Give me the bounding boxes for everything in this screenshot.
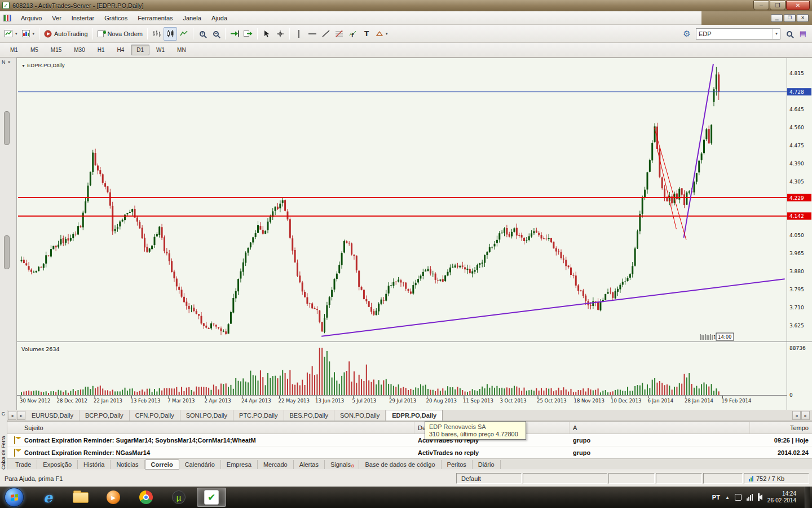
menu-item[interactable]: Janela — [178, 13, 206, 23]
auto-scroll-button[interactable] — [241, 27, 255, 41]
mail-col-subject[interactable]: Sujeito — [21, 422, 414, 433]
symbol-search-button[interactable] — [783, 27, 796, 41]
terminal-tab[interactable]: Alertas — [294, 460, 325, 469]
close-button[interactable]: ✕ — [786, 1, 810, 10]
settings-gear-button[interactable]: ⚙ — [680, 27, 694, 41]
timeframe-button[interactable]: M5 — [25, 45, 44, 55]
terminal-tab[interactable]: Signals8 — [325, 460, 360, 469]
timeframe-button[interactable]: M15 — [45, 45, 67, 55]
child-close-button[interactable]: ✕ — [797, 14, 809, 22]
menu-item[interactable]: Ver — [47, 13, 67, 23]
symbol-search-combobox[interactable]: EDP ▾ — [696, 28, 780, 40]
chart-tab[interactable]: CFN.PO,Daily — [130, 410, 180, 421]
terminal-tab[interactable]: Noticias — [111, 460, 144, 469]
chart-tab[interactable]: BCP.PO,Daily — [80, 410, 130, 421]
child-restore-button[interactable]: ❐ — [784, 14, 796, 22]
profile-selector[interactable]: Default — [456, 473, 522, 484]
fibonacci-button[interactable] — [333, 27, 346, 41]
terminal-tab[interactable]: Calendário — [179, 460, 221, 469]
tab-scroll-left-button[interactable]: ◂ — [792, 411, 801, 420]
crosshair-button[interactable] — [273, 27, 287, 41]
indicators-button[interactable]: f — [346, 27, 360, 41]
nova-ordem-button[interactable]: Nova Ordem — [95, 27, 145, 41]
trendline-button[interactable] — [319, 27, 333, 41]
menu-bar: ArquivoVerInstertarGráficosFerramentasJa… — [0, 11, 812, 25]
terminal-tab[interactable]: Correio — [145, 459, 179, 470]
hidden-icons-chevron[interactable]: ▲ — [725, 495, 730, 500]
chart-tab[interactable]: BES.PO,Daily — [284, 410, 334, 421]
chart-shift-button[interactable] — [228, 27, 241, 41]
chart-tab[interactable]: SON.PO,Daily — [334, 410, 386, 421]
chart-symbol-label[interactable]: ▼EDPR.PO,Daily — [21, 62, 64, 68]
keyboard-language[interactable]: PT — [712, 494, 720, 501]
cursor-button[interactable] — [260, 27, 273, 41]
terminal-tab[interactable]: Exposição — [37, 460, 78, 469]
profiles-button[interactable]: ▾ — [20, 27, 37, 41]
mail-col-time[interactable]: Tempo — [750, 422, 812, 433]
new-chart-button[interactable]: ▾ — [2, 27, 20, 41]
toolbox-vertical-label[interactable]: Caixa de Ferra — [1, 419, 6, 470]
terminal-tab[interactable]: Diário — [473, 460, 501, 469]
timeframe-button[interactable]: D1 — [131, 45, 149, 55]
menu-item[interactable]: Ajuda — [206, 13, 232, 23]
menu-item[interactable]: Arquivo — [16, 13, 47, 23]
terminal-tab[interactable]: Empresa — [221, 460, 258, 469]
minimize-button[interactable]: – — [753, 1, 769, 10]
tab-scroll-right-button[interactable]: ▸ — [17, 411, 25, 420]
start-button[interactable] — [5, 488, 24, 507]
network-icon[interactable] — [747, 494, 753, 501]
zoom-in-button[interactable]: + — [196, 27, 209, 41]
taskbar-chrome[interactable] — [131, 488, 161, 507]
timeframe-button[interactable]: W1 — [151, 45, 170, 55]
chart-tab[interactable]: EDPR.PO,Daily — [386, 410, 443, 421]
menu-item[interactable]: Gráficos — [99, 13, 133, 23]
action-center-icon[interactable] — [735, 494, 742, 501]
zoom-out-button[interactable]: − — [209, 27, 223, 41]
vertical-line-button[interactable] — [292, 27, 306, 41]
taskbar-media-player[interactable]: ▶ — [99, 488, 128, 507]
text-button[interactable]: T — [360, 27, 373, 41]
chart-tab[interactable]: EURUSD,Daily — [26, 410, 80, 421]
mail-row[interactable]: Contract Expiration Reminder: NGasMar14 … — [7, 446, 812, 459]
child-minimize-button[interactable]: ▁ — [771, 14, 783, 22]
journal-button[interactable]: ▤ — [796, 27, 810, 41]
price-chart[interactable]: 4.8154.6454.5604.4754.3904.3054.0503.965… — [17, 58, 812, 410]
timeframe-button[interactable]: H4 — [112, 45, 130, 55]
dock-scrollbar[interactable] — [4, 235, 10, 269]
mail-panel: Sujeito De A Tempo Contract Expiration R… — [7, 421, 812, 458]
timeframe-button[interactable]: M1 — [5, 45, 24, 55]
terminal-tab[interactable]: Base de dados de código — [359, 460, 441, 469]
dock-scrollbar[interactable] — [4, 111, 10, 145]
mail-row[interactable]: Contract Expiration Reminder: SugarMar14… — [7, 434, 812, 446]
navigator-close-icon[interactable]: × — [8, 59, 13, 65]
show-desktop-button[interactable] — [805, 487, 810, 508]
terminal-tab[interactable]: Mercado — [258, 460, 294, 469]
tab-scroll-right-button[interactable]: ▸ — [801, 411, 810, 420]
menu-item[interactable]: Instertar — [67, 13, 99, 23]
taskbar-file-explorer[interactable] — [66, 488, 95, 507]
taskbar-activtrades[interactable]: ✔ — [197, 488, 226, 507]
terminal-tab[interactable]: Peritos — [442, 460, 473, 469]
tab-scroll-left-button[interactable]: ◂ — [8, 411, 16, 420]
menu-item[interactable]: Ferramentas — [133, 13, 178, 23]
chart-tab[interactable]: SONI.PO,Daily — [180, 410, 233, 421]
autotrading-button[interactable]: AutoTrading — [42, 27, 90, 41]
taskbar-utorrent[interactable]: µ — [164, 488, 193, 507]
volume-icon[interactable] — [758, 494, 762, 500]
bar-chart-button[interactable] — [150, 27, 164, 41]
taskbar-internet-explorer[interactable]: e — [33, 488, 63, 507]
shapes-button[interactable]: ▾ — [373, 27, 390, 41]
mail-col-to[interactable]: A — [570, 422, 750, 433]
timeframe-button[interactable]: H1 — [92, 45, 111, 55]
chart-tab[interactable]: PTC.PO,Daily — [233, 410, 284, 421]
toolbox-collapsed-tab[interactable]: C — [2, 411, 6, 417]
timeframe-button[interactable]: MN — [171, 45, 192, 55]
horizontal-line-button[interactable] — [306, 27, 319, 41]
clock[interactable]: 14:24 26-02-2014 — [767, 491, 800, 504]
terminal-tab[interactable]: História — [78, 460, 111, 469]
terminal-tab[interactable]: Trade — [10, 460, 37, 469]
line-chart-button[interactable] — [177, 27, 191, 41]
timeframe-button[interactable]: M30 — [68, 45, 90, 55]
maximize-button[interactable]: ❐ — [770, 1, 785, 10]
candlestick-button[interactable] — [164, 27, 177, 41]
